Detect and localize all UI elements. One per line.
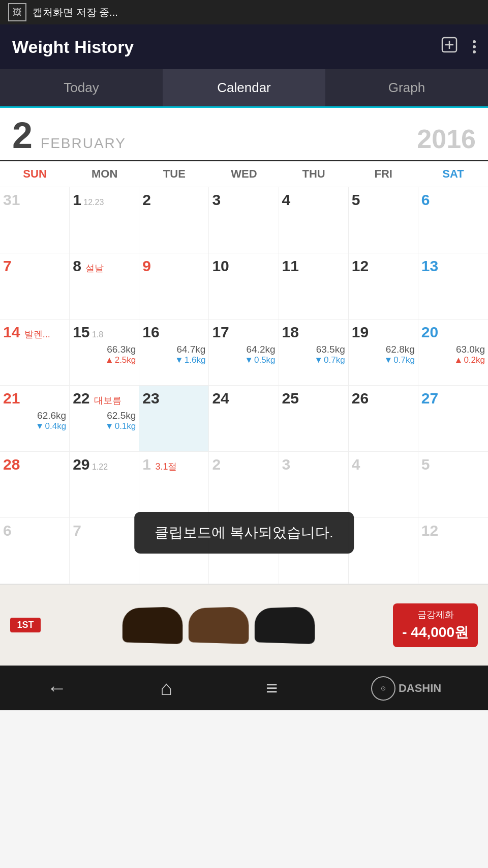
calendar-cell[interactable]: 1863.5kg0.7kg xyxy=(279,320,349,386)
year-number: 2016 xyxy=(417,124,476,154)
day-header-fri: FRI xyxy=(349,161,418,187)
month-number: 2 xyxy=(12,117,33,154)
day-header-mon: MON xyxy=(70,161,139,187)
calendar-cell[interactable]: 27 xyxy=(418,386,488,452)
calendar-cell[interactable]: 8 설날 xyxy=(70,253,139,320)
calendar-cell[interactable]: 5 xyxy=(349,187,418,253)
dashin-text: DASHIN xyxy=(399,682,441,695)
calendar-cell[interactable]: 12 xyxy=(418,518,488,584)
calendar-cell[interactable]: 1664.7kg1.6kg xyxy=(139,320,209,386)
calendar-cell[interactable]: 13 xyxy=(418,253,488,320)
status-bar: 🖼 캡처화면 저장 중... xyxy=(0,0,488,24)
calendar-cell[interactable]: 1 3.1절 xyxy=(139,452,209,518)
month-header: 2 FEBRUARY 2016 xyxy=(0,108,488,161)
tab-graph[interactable]: Graph xyxy=(325,69,488,108)
more-menu-button[interactable] xyxy=(473,40,476,53)
calendar-cell[interactable]: 2063.0kg0.2kg xyxy=(418,320,488,386)
day-header-tue: TUE xyxy=(139,161,209,187)
calendar-cell[interactable]: 6 xyxy=(0,518,70,584)
calendar-cell[interactable] xyxy=(349,518,418,584)
bottom-nav: ← ⌂ ≡ ⊙ DASHIN xyxy=(0,666,488,710)
back-button[interactable]: ← xyxy=(47,677,67,700)
calendar-cell[interactable]: 4 xyxy=(279,187,349,253)
month-name: FEBRUARY xyxy=(41,135,126,152)
tab-bar: Today Calendar Graph xyxy=(0,69,488,108)
calendar-cell[interactable]: 5 xyxy=(418,452,488,518)
calendar-cell[interactable]: 2162.6kg0.4kg xyxy=(0,386,70,452)
calendar-cell[interactable]: 9 xyxy=(139,253,209,320)
day-header-wed: WED xyxy=(209,161,279,187)
calendar-cell[interactable]: 15 1.866.3kg2.5kg xyxy=(70,320,139,386)
calendar-cell[interactable]: 4 xyxy=(349,452,418,518)
ad-logo: 1ST xyxy=(10,618,41,632)
calendar-cell[interactable]: 24 xyxy=(209,386,279,452)
shoe-2 xyxy=(188,606,248,644)
calendar-cell[interactable]: 11 xyxy=(279,253,349,320)
calendar-cell[interactable]: 2 xyxy=(209,452,279,518)
ad-price: - 44,000원 xyxy=(402,623,469,642)
calendar-cell[interactable]: 22 대보름62.5kg0.1kg xyxy=(70,386,139,452)
header-actions xyxy=(440,36,476,58)
menu-button[interactable]: ≡ xyxy=(266,677,278,700)
calendar-cell[interactable]: 23 xyxy=(139,386,209,452)
day-header-sun: SUN xyxy=(0,161,70,187)
app-header: Weight History xyxy=(0,24,488,69)
ad-shoes xyxy=(49,607,385,643)
calendar-cell[interactable]: 7 xyxy=(70,518,139,584)
tab-calendar[interactable]: Calendar xyxy=(163,69,325,108)
toast-message: 클립보드에 복사되었습니다. xyxy=(134,512,354,554)
calendar-cell[interactable]: 6 xyxy=(418,187,488,253)
calendar-cell[interactable]: 26 xyxy=(349,386,418,452)
calendar-cell[interactable]: 3 xyxy=(209,187,279,253)
dashin-logo: ⊙ DASHIN xyxy=(371,676,441,701)
ad-brand: 금강제화 xyxy=(402,609,469,621)
calendar-wrapper: 2 FEBRUARY 2016 SUN MON TUE WED THU FRI … xyxy=(0,108,488,584)
dashin-circle-icon: ⊙ xyxy=(371,676,395,701)
shoe-3 xyxy=(254,606,314,644)
day-header-thu: THU xyxy=(279,161,349,187)
tab-today[interactable]: Today xyxy=(0,69,163,108)
app-title: Weight History xyxy=(12,37,440,57)
status-text: 캡처화면 저장 중... xyxy=(33,6,118,19)
calendar-cell[interactable]: 12 xyxy=(349,253,418,320)
screenshot-icon: 🖼 xyxy=(8,3,26,21)
calendar-header-row: SUN MON TUE WED THU FRI SAT xyxy=(0,161,488,187)
ad-price-box[interactable]: 금강제화 - 44,000원 xyxy=(393,603,478,647)
calendar-cell[interactable]: 3 xyxy=(279,452,349,518)
calendar-cell[interactable]: 7 xyxy=(0,253,70,320)
add-button[interactable] xyxy=(440,36,459,58)
calendar-cell[interactable]: 1962.8kg0.7kg xyxy=(349,320,418,386)
calendar-cell[interactable]: 2 xyxy=(139,187,209,253)
calendar-cell[interactable]: 29 1.22 xyxy=(70,452,139,518)
shoe-1 xyxy=(122,606,182,644)
day-header-sat: SAT xyxy=(418,161,488,187)
calendar-cell[interactable]: 25 xyxy=(279,386,349,452)
calendar-cell[interactable]: 1764.2kg0.5kg xyxy=(209,320,279,386)
calendar-cell[interactable]: 31 xyxy=(0,187,70,253)
calendar-cell[interactable]: 10 xyxy=(209,253,279,320)
calendar-cell[interactable]: 28 xyxy=(0,452,70,518)
home-button[interactable]: ⌂ xyxy=(160,677,172,700)
ad-banner[interactable]: 1ST 금강제화 - 44,000원 xyxy=(0,584,488,666)
calendar-cell[interactable]: 1 12.23 xyxy=(70,187,139,253)
calendar-cell[interactable]: 14 발렌... xyxy=(0,320,70,386)
